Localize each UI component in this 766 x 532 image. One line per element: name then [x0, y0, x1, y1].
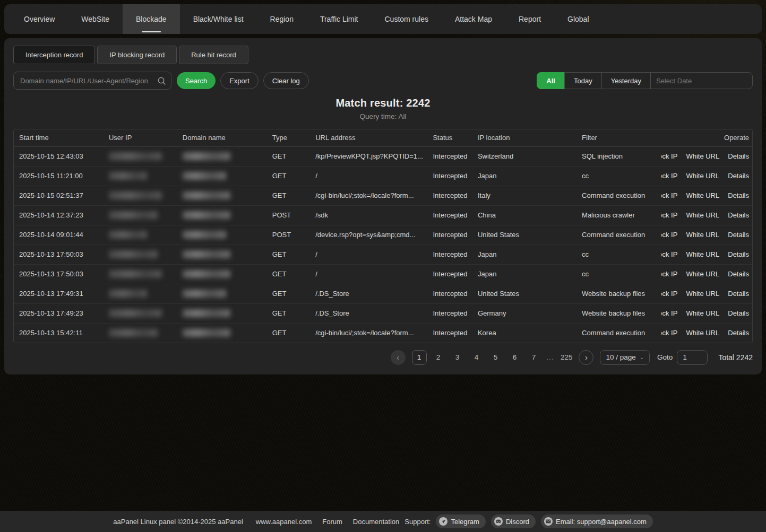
cell-operate: Block IP White URL Details [661, 323, 752, 343]
nav-tab-label: Report [519, 15, 541, 23]
details-link[interactable]: Details [728, 309, 749, 317]
documentation-link[interactable]: Documentation [353, 518, 399, 526]
cell-url: /device.rsp?opt=sys&amp;cmd... [310, 225, 427, 245]
white-url-link[interactable]: White URL [686, 191, 719, 199]
table-header-cell: Type [267, 129, 310, 146]
cell-user-ip [104, 245, 177, 264]
toolbar: Search Export Clear log All Today Yester… [13, 72, 753, 90]
date-filter-all[interactable]: All [537, 72, 565, 89]
cell-url: /.DS_Store [310, 303, 427, 323]
cell-ip-location: Korea [472, 323, 576, 343]
nav-tab[interactable]: Region [257, 4, 307, 34]
cell-domain-name [177, 284, 267, 303]
nav-tab[interactable]: Overview [11, 4, 68, 34]
search-button[interactable]: Search [177, 72, 216, 89]
cell-start-time: 2025-10-14 12:37:23 [14, 205, 104, 225]
site-link[interactable]: www.aapanel.com [256, 518, 312, 526]
page-number-button[interactable]: 2 [431, 350, 446, 365]
details-link[interactable]: Details [728, 211, 749, 219]
cell-url: /kp/PreviewKPQT.jsp?KPQTID=1... [310, 146, 427, 166]
goto-page-input[interactable] [677, 350, 708, 365]
block-ip-link[interactable]: Block IP [661, 211, 677, 219]
forum-link[interactable]: Forum [322, 518, 342, 526]
white-url-link[interactable]: White URL [686, 250, 719, 258]
user-ip-redacted [109, 270, 162, 278]
block-ip-link[interactable]: Block IP [661, 309, 677, 317]
table-row: 2025-10-13 17:49:23 GET /.DS_Store Inter… [14, 303, 752, 323]
white-url-link[interactable]: White URL [686, 211, 719, 219]
record-subtab[interactable]: IP blocking record [97, 46, 177, 64]
block-ip-link[interactable]: Block IP [661, 250, 677, 258]
page-number-button[interactable]: 3 [450, 350, 465, 365]
details-link[interactable]: Details [728, 191, 749, 199]
discord-button[interactable]: Discord [491, 514, 536, 528]
white-url-link[interactable]: White URL [686, 231, 719, 239]
page-number-button[interactable]: 6 [507, 350, 522, 365]
block-ip-link[interactable]: Block IP [661, 172, 677, 180]
page-number-button[interactable]: 5 [488, 350, 503, 365]
details-link[interactable]: Details [728, 329, 749, 337]
clear-log-button[interactable]: Clear log [263, 72, 309, 89]
date-filter-today[interactable]: Today [564, 72, 602, 89]
copyright-text: aaPanel Linux panel ©2014-2025 aaPanel [113, 518, 243, 526]
table-header-cell: URL address [310, 129, 427, 146]
block-ip-link[interactable]: Block IP [661, 152, 677, 160]
cell-domain-name [177, 225, 267, 245]
details-link[interactable]: Details [728, 152, 749, 160]
nav-tab[interactable]: Custom rules [372, 4, 442, 34]
white-url-link[interactable]: White URL [686, 152, 719, 160]
nav-tab[interactable]: Report [505, 4, 554, 34]
query-time-text: Query time: All [13, 112, 753, 120]
white-url-link[interactable]: White URL [686, 172, 719, 180]
user-ip-redacted [109, 250, 158, 258]
block-ip-link[interactable]: Block IP [661, 290, 677, 298]
details-link[interactable]: Details [728, 270, 749, 278]
last-page-button[interactable]: 225 [561, 353, 573, 361]
page-number-button[interactable]: 1 [412, 350, 427, 365]
white-url-link[interactable]: White URL [686, 290, 719, 298]
search-input[interactable] [14, 77, 171, 85]
white-url-link[interactable]: White URL [686, 270, 719, 278]
page-number-button[interactable]: 4 [469, 350, 484, 365]
table-header-cell: IP location [472, 129, 576, 146]
email-button[interactable]: Email: support@aapanel.com [541, 514, 653, 528]
details-link[interactable]: Details [728, 250, 749, 258]
block-ip-link[interactable]: Block IP [661, 191, 677, 199]
cell-ip-location: Italy [472, 186, 576, 205]
white-url-link[interactable]: White URL [686, 329, 719, 337]
export-button[interactable]: Export [220, 72, 259, 89]
telegram-button[interactable]: Telegram [436, 514, 485, 528]
user-ip-redacted [109, 329, 158, 337]
nav-tab[interactable]: Blockade [123, 4, 180, 34]
record-subtab[interactable]: Rule hit record [179, 46, 248, 64]
details-link[interactable]: Details [728, 172, 749, 180]
cell-url: /cgi-bin/luci/;stok=/locale?form... [310, 323, 427, 343]
white-url-link[interactable]: White URL [686, 309, 719, 317]
nav-tab[interactable]: Attack Map [442, 4, 505, 34]
select-date-input[interactable] [656, 77, 750, 85]
details-link[interactable]: Details [728, 290, 749, 298]
page-number-button[interactable]: 7 [527, 350, 541, 365]
block-ip-link[interactable]: Block IP [661, 329, 677, 337]
email-icon [544, 517, 553, 526]
next-page-button[interactable]: › [579, 350, 593, 365]
date-filter-yesterday[interactable]: Yesterday [601, 72, 651, 89]
details-link[interactable]: Details [728, 231, 749, 239]
footer: aaPanel Linux panel ©2014-2025 aaPanel w… [0, 511, 766, 532]
record-subtab[interactable]: Interception record [13, 46, 95, 64]
nav-tab[interactable]: WebSite [68, 4, 123, 34]
block-ip-link[interactable]: Block IP [661, 270, 677, 278]
nav-tab[interactable]: Global [554, 4, 602, 34]
block-ip-link[interactable]: Block IP [661, 231, 677, 239]
prev-page-button[interactable]: ‹ [391, 350, 406, 365]
nav-tab-label: WebSite [81, 15, 109, 23]
cell-filter: SQL injection [576, 146, 661, 166]
nav-tab[interactable]: Black/White list [180, 4, 257, 34]
cell-start-time: 2025-10-13 17:49:23 [14, 303, 104, 323]
nav-tab[interactable]: Traffic Limit [307, 4, 372, 34]
result-summary: Match result: 2242 Query time: All [13, 97, 753, 120]
page-size-select[interactable]: 10 / page ⌄ [600, 350, 650, 365]
cell-operate: Block IP White URL Details [661, 284, 752, 303]
total-count: Total 2242 [718, 353, 753, 362]
cell-type: GET [267, 245, 310, 264]
